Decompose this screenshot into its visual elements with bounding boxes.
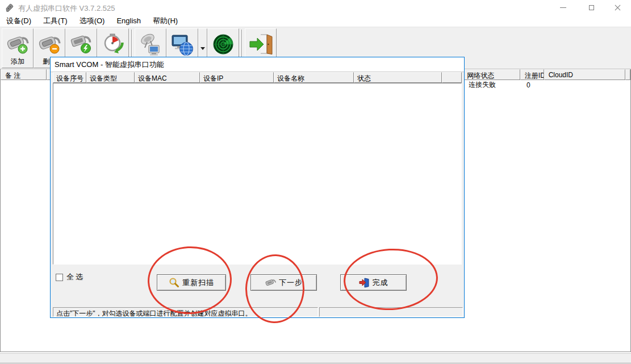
close-button[interactable] xyxy=(608,0,627,15)
menu-device[interactable]: 设备(D) xyxy=(2,15,35,27)
window-title: 有人虚拟串口软件 V3.7.2.525 xyxy=(18,3,115,14)
column-device-index[interactable]: 设备序号 xyxy=(53,72,86,83)
cell-network-status: 连接失败 xyxy=(465,80,523,90)
column-filler xyxy=(625,69,630,80)
cell-register-id: 0 xyxy=(523,81,546,89)
add-connector-icon xyxy=(5,32,30,57)
select-all-checkbox[interactable] xyxy=(56,274,63,281)
column-device-mac[interactable]: 设备MAC xyxy=(135,72,200,83)
radar-icon xyxy=(211,32,236,57)
toolbar-add-label: 添加 xyxy=(11,57,24,65)
menu-options[interactable]: 选项(O) xyxy=(76,15,109,27)
satellite-icon xyxy=(138,32,163,57)
chevron-down-icon xyxy=(200,47,205,50)
dialog-table-header: 设备序号 设备类型 设备MAC 设备IP 设备名称 状态 xyxy=(53,72,462,83)
power-connector-icon xyxy=(69,32,94,57)
select-all-row: 全选 xyxy=(56,272,85,282)
remove-connector-icon xyxy=(37,32,62,57)
app-window: 有人虚拟串口软件 V3.7.2.525 设备(D) 工具(T) 选项(O) En… xyxy=(0,0,631,364)
titlebar: 有人虚拟串口软件 V3.7.2.525 xyxy=(0,0,631,15)
close-icon xyxy=(615,5,621,11)
column-device-name[interactable]: 设备名称 xyxy=(274,72,354,83)
menu-help[interactable]: 帮助(H) xyxy=(149,15,182,27)
minimize-button[interactable] xyxy=(553,0,573,15)
column-register-id[interactable]: 注册ID xyxy=(520,69,544,80)
menu-tools[interactable]: 工具(T) xyxy=(39,15,72,27)
menu-english[interactable]: English xyxy=(112,15,145,26)
timer-icon xyxy=(101,32,126,57)
column-device-type[interactable]: 设备类型 xyxy=(86,72,135,83)
dialog-title: Smart VCOM - 智能虚拟串口功能 xyxy=(55,60,164,70)
column-network-status[interactable]: 网络状态 xyxy=(462,69,520,80)
exit-door-icon xyxy=(248,32,273,57)
column-device-ip[interactable]: 设备IP xyxy=(200,72,274,83)
column-device-status[interactable]: 状态 xyxy=(354,72,442,83)
network-pc-globe-icon xyxy=(170,32,195,57)
minimize-icon xyxy=(560,7,566,8)
app-statusbar xyxy=(0,353,631,363)
dialog-titlebar[interactable]: Smart VCOM - 智能虚拟串口功能 xyxy=(51,57,464,72)
maximize-button[interactable] xyxy=(582,0,601,15)
select-all-label: 全选 xyxy=(66,272,85,282)
dialog-device-list[interactable] xyxy=(53,83,462,265)
menubar: 设备(D) 工具(T) 选项(O) English 帮助(H) xyxy=(0,15,631,27)
app-logo-icon xyxy=(5,3,14,12)
column-remark[interactable]: 备 注 xyxy=(1,69,47,80)
maximize-icon xyxy=(589,5,594,10)
column-cloud-id[interactable]: CloudID xyxy=(544,69,625,80)
toolbar-add-button[interactable]: 添加 xyxy=(2,28,34,68)
column-filler xyxy=(442,72,462,83)
